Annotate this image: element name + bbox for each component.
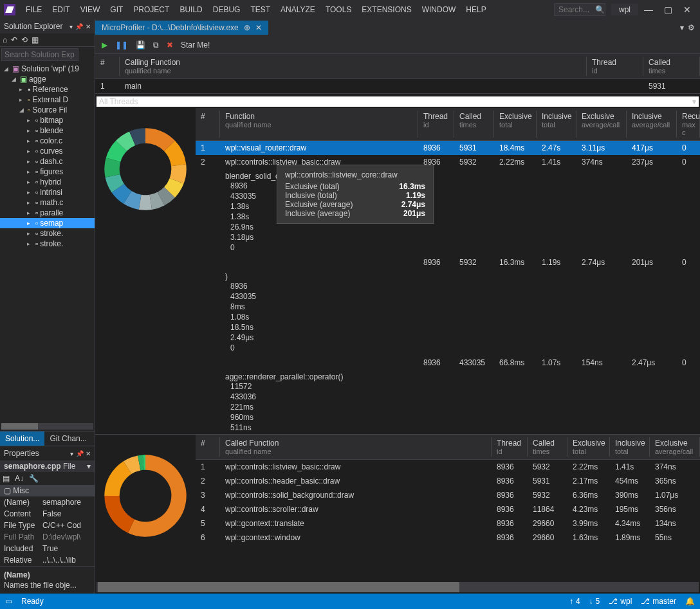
sync-icon[interactable]: ⟲ xyxy=(21,35,28,44)
solution-tree[interactable]: ◢▣Solution 'wpl' (19 ◢▣agge ▸▪Reference … xyxy=(0,62,95,422)
tree-file[interactable]: ▸▫color.c xyxy=(0,136,95,146)
menu-help[interactable]: HELP xyxy=(461,3,491,17)
column-header[interactable]: Threadid xyxy=(418,111,454,138)
properties-subject[interactable]: semaphore.cpp File▾ xyxy=(0,460,95,472)
props-pin-icon[interactable]: 📌 xyxy=(76,450,84,457)
tree-file[interactable]: ▸▫stroke. xyxy=(0,239,95,249)
table-row[interactable]: 8936593216.3ms1.19s2.74μs201μs0 xyxy=(196,255,700,269)
tab-solution-explorer[interactable]: Solution... xyxy=(0,432,44,446)
property-row[interactable]: Full PathD:\dev\wpl\ xyxy=(0,531,95,543)
tab-git-changes[interactable]: Git Chan... xyxy=(44,432,91,446)
tree-file[interactable]: ▸▫math.c xyxy=(0,197,95,208)
search-icon[interactable]: 🔍 xyxy=(595,5,605,14)
property-row[interactable]: ContentFalse xyxy=(0,508,95,520)
git-branch[interactable]: ⎇ master xyxy=(641,597,676,606)
column-header[interactable]: Exclusivetotal xyxy=(567,437,610,457)
dropdown-icon[interactable]: ▾ xyxy=(69,23,73,30)
properties-category[interactable]: ▢ Misc xyxy=(0,485,95,496)
column-header[interactable]: # xyxy=(196,111,220,138)
configuration-selector[interactable]: wpl xyxy=(611,4,638,15)
menu-window[interactable]: WINDOW xyxy=(417,3,461,17)
table-row[interactable]: 1wpl::visual_router::draw8936593118.4ms2… xyxy=(196,141,700,155)
maximize-button[interactable]: ▢ xyxy=(659,2,677,17)
stop-icon[interactable]: ✖ xyxy=(167,41,173,50)
notifications-icon[interactable]: 🔔 xyxy=(685,597,695,606)
property-row[interactable]: File TypeC/C++ Cod xyxy=(0,520,95,531)
property-row[interactable]: Relative..\..\..\..\lib xyxy=(0,554,95,566)
tree-file[interactable]: ▸▫semap xyxy=(0,218,95,228)
column-header[interactable]: Exclusivetotal xyxy=(494,111,537,138)
table-row[interactable]: 1 main 5931 xyxy=(95,79,700,93)
star-link[interactable]: Star Me! xyxy=(181,41,210,50)
table-row[interactable]: 6wpl::gcontext::window8936296601.63ms1.8… xyxy=(196,531,700,545)
back-icon[interactable]: ↶ xyxy=(11,35,17,44)
pause-icon[interactable]: ❚❚ xyxy=(115,41,128,50)
property-row[interactable]: (Name)semaphore xyxy=(0,496,95,508)
git-incoming[interactable]: ↓ 5 xyxy=(589,597,600,606)
tree-file[interactable]: ▸▫hybrid xyxy=(0,177,95,187)
document-tab[interactable]: MicroProfiler - D:\...\DebInfo\listview.… xyxy=(95,21,268,35)
git-outgoing[interactable]: ↑ 4 xyxy=(569,597,580,606)
categorize-icon[interactable]: ▤ xyxy=(3,474,10,483)
tree-file[interactable]: ▸▫intrinsi xyxy=(0,187,95,197)
menu-edit[interactable]: EDIT xyxy=(47,3,75,17)
table-row[interactable]: 893643303566.8ms1.07s154ns2.47μs0 xyxy=(196,356,700,370)
wrench-icon[interactable]: 🔧 xyxy=(29,474,39,483)
column-header[interactable]: Calledtimes xyxy=(454,111,494,138)
table-row[interactable]: 4wpl::controls::scroller::draw8936118644… xyxy=(196,502,700,516)
table-row[interactable]: 2wpl::controls::header_basic::draw893659… xyxy=(196,474,700,488)
menu-debug[interactable]: DEBUG xyxy=(208,3,246,17)
tree-file[interactable]: ▸▫stroke. xyxy=(0,228,95,239)
menu-tools[interactable]: TOOLS xyxy=(320,3,356,17)
play-icon[interactable]: ▶ xyxy=(102,41,107,50)
tree-file[interactable]: ▸▫bitmap xyxy=(0,115,95,125)
column-header[interactable]: Inclusivetotal xyxy=(610,437,650,457)
tree-file[interactable]: ▸▫paralle xyxy=(0,208,95,218)
tree-file[interactable]: ▸▫dash.c xyxy=(0,156,95,167)
alpha-sort-icon[interactable]: A↓ xyxy=(15,474,24,483)
table-row[interactable]: )89364330358ms1.08s18.5ns2.49μs0 xyxy=(196,269,700,356)
column-header[interactable]: Exclusiveaverage/call xyxy=(650,437,700,457)
tab-close-icon[interactable]: ✕ xyxy=(255,23,262,32)
git-repo[interactable]: ⎇ wpl xyxy=(609,597,632,606)
props-dropdown-icon[interactable]: ▾ xyxy=(70,450,73,457)
tree-file[interactable]: ▸▫curves xyxy=(0,146,95,156)
tree-file[interactable]: ▸▫blende xyxy=(0,125,95,136)
menu-build[interactable]: BUILD xyxy=(174,3,207,17)
column-header[interactable]: Functionqualified name xyxy=(220,111,418,138)
column-header[interactable]: Recumax c xyxy=(677,111,700,138)
table-row[interactable]: 3wpl::controls::solid_background::draw89… xyxy=(196,488,700,502)
column-header[interactable]: Inclusivetotal xyxy=(537,111,576,138)
save-icon[interactable]: 💾 xyxy=(136,41,145,50)
thread-filter-dropdown[interactable]: All Threads▾ xyxy=(97,96,699,107)
solution-search-input[interactable] xyxy=(1,48,78,61)
tabs-dropdown-icon[interactable]: ▾ xyxy=(680,23,684,32)
menu-git[interactable]: GIT xyxy=(105,3,128,17)
column-header[interactable]: # xyxy=(196,437,220,457)
column-header[interactable]: Threadid xyxy=(492,437,528,457)
minimize-button[interactable]: — xyxy=(640,2,658,17)
menu-test[interactable]: TEST xyxy=(245,3,275,17)
table-row[interactable]: 1wpl::controls::listview_basic::draw8936… xyxy=(196,460,700,474)
column-header[interactable]: Called Functionqualified name xyxy=(220,437,492,457)
menu-view[interactable]: VIEW xyxy=(75,3,106,17)
main-hscroll[interactable] xyxy=(97,582,699,592)
pin-icon[interactable]: 📌 xyxy=(75,23,83,30)
home-icon[interactable]: ⌂ xyxy=(3,35,7,44)
menu-file[interactable]: FILE xyxy=(21,3,47,17)
column-header[interactable]: Calledtimes xyxy=(528,437,567,457)
menu-project[interactable]: PROJECT xyxy=(128,3,174,17)
table-row[interactable]: 2wpl::controls::listview_basic::draw8936… xyxy=(196,155,700,169)
table-row[interactable]: 5wpl::gcontext::translate8936296603.99ms… xyxy=(196,516,700,531)
menu-analyze[interactable]: ANALYZE xyxy=(275,3,320,17)
panel-close-icon[interactable]: ✕ xyxy=(86,23,91,30)
gear-icon[interactable]: ⚙ xyxy=(688,23,695,32)
column-header[interactable]: Inclusiveaverage/call xyxy=(627,111,677,138)
tree-hscroll[interactable] xyxy=(1,423,93,430)
copy-icon[interactable]: ⧉ xyxy=(153,41,159,50)
menu-extensions[interactable]: EXTENSIONS xyxy=(356,3,416,17)
tree-file[interactable]: ▸▫figures xyxy=(0,167,95,177)
close-button[interactable]: ✕ xyxy=(678,2,696,17)
table-row[interactable]: agge::renderer_parallel::operator()11572… xyxy=(196,370,700,434)
property-row[interactable]: IncludedTrue xyxy=(0,543,95,554)
